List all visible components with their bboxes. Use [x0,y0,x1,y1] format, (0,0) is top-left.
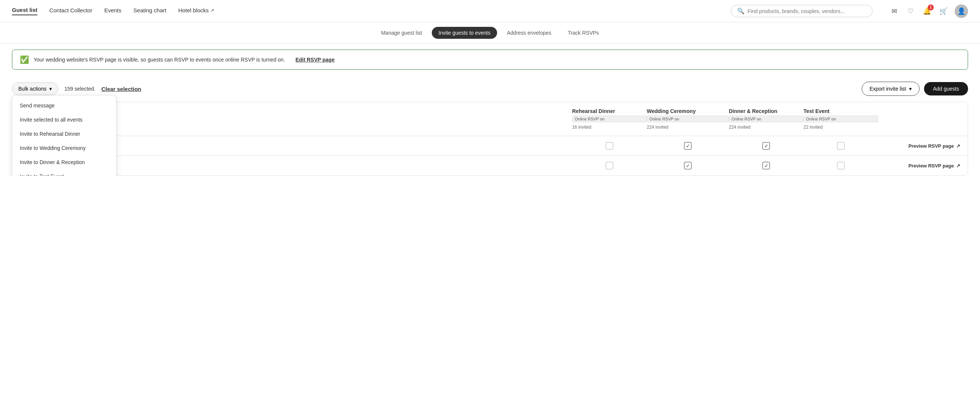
tab-manage-guest-list[interactable]: Manage guest list [374,27,429,39]
toolbar: Bulk actions ▾ Send message Invite selec… [0,76,980,102]
test-checkbox[interactable] [837,162,845,169]
bulk-actions-label: Bulk actions [18,86,46,92]
dinner-checkbox[interactable]: ✓ [762,142,770,149]
dropdown-item-invite-all[interactable]: Invite selected to all events [12,113,116,127]
tab-track-rsvps[interactable]: Track RSVPs [561,27,606,39]
add-guests-button[interactable]: Add guests [924,82,968,95]
col-wedding-title: Wedding Ceremony [647,108,729,114]
external-link-icon: ↗ [956,143,960,149]
test-checkbox-cell [803,162,878,169]
notification-badge: 1 [928,5,934,10]
top-navigation: Guest list Contact Collector Events Seat… [0,0,980,22]
test-checkbox-cell [803,142,878,149]
edit-rsvp-link[interactable]: Edit RSVP page [296,57,335,63]
rehearsal-checkbox[interactable] [606,142,613,149]
nav-item-events[interactable]: Events [104,7,121,15]
nav-item-seating-chart[interactable]: Seating chart [133,7,166,15]
test-checkbox[interactable] [837,142,845,149]
col-test-event: Test Event Online RSVP on 22 invited [803,108,878,130]
mail-icon[interactable]: ✉ [889,6,899,16]
invite-table: No. Rehearsal Dinner Online RSVP on 16 i… [12,102,968,176]
col-dinner-rsvp-badge: Online RSVP on [729,116,803,122]
dropdown-item-send-message[interactable]: Send message [12,98,116,113]
nav-item-contact-collector[interactable]: Contact Collector [49,7,92,15]
chevron-down-icon: ▾ [909,86,912,92]
selected-count: 159 selected. [64,86,95,92]
wedding-checkbox-cell: ✓ [647,162,729,169]
dinner-checkbox-cell: ✓ [729,162,803,169]
external-link-icon: ↗ [210,8,214,13]
col-test-rsvp-badge: Online RSVP on [803,116,878,122]
search-input[interactable] [748,8,866,14]
table-row: 2 ✓ ✓ Preview RSVP page ↗ [12,156,968,175]
preview-rsvp-link[interactable]: Preview RSVP page [908,163,954,168]
wedding-checkmark: ✓ [686,143,690,149]
dropdown-item-invite-rehearsal[interactable]: Invite to Rehearsal Dinner [12,127,116,141]
wedding-checkbox[interactable]: ✓ [684,162,692,169]
tab-invite-guests[interactable]: Invite guests to events [432,27,497,39]
alert-text: Your wedding website's RSVP page is visi… [33,57,285,63]
col-test-title: Test Event [803,108,878,114]
bulk-actions-dropdown: Send message Invite selected to all even… [12,95,116,176]
wedding-checkbox-cell: ✓ [647,142,729,149]
wedding-checkmark: ✓ [686,163,690,168]
bulk-actions-button[interactable]: Bulk actions ▾ [12,83,58,95]
chevron-down-icon: ▾ [49,86,52,92]
dropdown-item-invite-dinner[interactable]: Invite to Dinner & Reception [12,155,116,169]
heart-icon[interactable]: ♡ [905,6,916,16]
col-rehearsal-invited: 16 invited [572,125,647,130]
col-wedding-ceremony: Wedding Ceremony Online RSVP on 224 invi… [647,108,729,130]
export-label: Export invite list [870,86,906,92]
notification-icon[interactable]: 🔔 1 [922,6,932,16]
cart-icon[interactable]: 🛒 [938,6,949,16]
col-dinner-invited: 224 invited [729,125,803,130]
rehearsal-checkbox-cell [572,162,647,169]
export-invite-list-button[interactable]: Export invite list ▾ [862,82,920,96]
col-rehearsal-rsvp-badge: Online RSVP on [572,116,647,122]
col-dinner-reception: Dinner & Reception Online RSVP on 224 in… [729,108,803,130]
dinner-checkmark: ✓ [764,143,768,149]
toolbar-right: Export invite list ▾ Add guests [862,82,968,96]
avatar[interactable]: 👤 [955,5,968,18]
wedding-checkbox[interactable]: ✓ [684,142,692,149]
rehearsal-checkbox-cell [572,142,647,149]
nav-item-hotel-blocks[interactable]: Hotel blocks ↗ [178,7,215,15]
col-test-invited: 22 invited [803,125,878,130]
col-rehearsal-title: Rehearsal Dinner [572,108,647,114]
sub-navigation: Manage guest list Invite guests to event… [0,22,980,44]
rehearsal-checkbox[interactable] [606,162,613,169]
col-wedding-rsvp-badge: Online RSVP on [647,116,729,122]
dinner-checkmark: ✓ [764,163,768,168]
dropdown-item-invite-wedding[interactable]: Invite to Wedding Ceremony [12,141,116,155]
external-link-icon: ↗ [956,163,960,168]
col-dinner-title: Dinner & Reception [729,108,803,114]
dropdown-item-invite-test[interactable]: Invite to Test Event [12,169,116,176]
tab-address-envelopes[interactable]: Address envelopes [500,27,558,39]
table-row: 2 ✓ ✓ Preview RSVP page ↗ [12,136,968,156]
alert-banner: ✅ Your wedding website's RSVP page is vi… [12,49,968,70]
search-bar: 🔍 [731,5,872,17]
dinner-checkbox[interactable]: ✓ [762,162,770,169]
nav-icons: ✉ ♡ 🔔 1 🛒 👤 [889,5,968,18]
table-header: No. Rehearsal Dinner Online RSVP on 16 i… [12,102,968,136]
col-wedding-invited: 224 invited [647,125,729,130]
col-rehearsal-dinner: Rehearsal Dinner Online RSVP on 16 invit… [572,108,647,130]
nav-item-guest-list[interactable]: Guest list [12,7,37,15]
bulk-actions-container: Bulk actions ▾ Send message Invite selec… [12,83,58,95]
search-icon: 🔍 [737,8,745,14]
clear-selection-link[interactable]: Clear selection [102,86,142,92]
preview-cell: Preview RSVP page ↗ [878,163,960,168]
dinner-checkbox-cell: ✓ [729,142,803,149]
check-circle-icon: ✅ [20,55,29,64]
preview-cell: Preview RSVP page ↗ [878,143,960,149]
preview-rsvp-link[interactable]: Preview RSVP page [908,143,954,149]
